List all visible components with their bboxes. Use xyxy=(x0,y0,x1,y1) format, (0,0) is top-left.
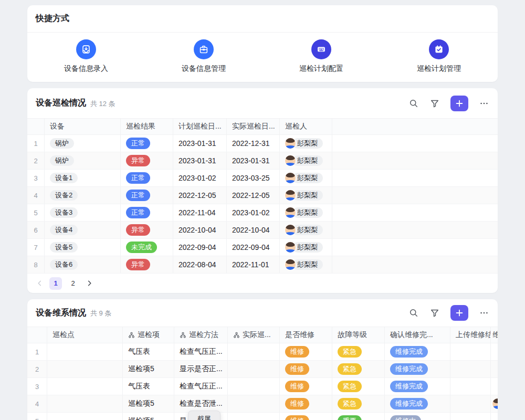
search-icon[interactable] xyxy=(408,308,419,318)
cell-inspector: 彭梨梨 xyxy=(280,239,332,256)
cell-actual: 2023-01-31 xyxy=(227,152,280,169)
table-row[interactable]: 7 设备5 未完成 2022-09-04 2022-09-04 彭梨梨 xyxy=(27,239,498,256)
pagination: 1 2 xyxy=(27,274,498,293)
maintenance-table-header: 巡检点 巡检项 巡检方法 xyxy=(27,327,498,343)
table-row[interactable]: 4 设备2 正常 2022-12-05 2022-12-05 彭梨梨 xyxy=(27,187,498,204)
col-method[interactable]: 巡检方法 xyxy=(174,327,228,343)
col-device[interactable]: 设备 xyxy=(45,119,121,134)
shortcut-plan-config[interactable]: 巡检计划配置 xyxy=(262,39,380,74)
cell-point xyxy=(47,378,123,395)
dashboard-page: 快捷方式 设备信息录入 xyxy=(0,0,525,420)
col-upload[interactable]: 上传维修结... xyxy=(450,327,491,343)
table-row[interactable]: 1 气压表 检查气压正... 维修 紧急 维修完成 xyxy=(27,343,498,361)
cell-item: 巡检项5 xyxy=(123,413,174,420)
shortcut-device-entry[interactable]: 设备信息录入 xyxy=(27,39,145,74)
add-record-button[interactable] xyxy=(450,96,468,111)
next-page-icon[interactable] xyxy=(84,277,94,290)
cell-item: 巡检项5 xyxy=(123,395,174,412)
col-actual-date[interactable]: 实际巡检日... xyxy=(227,119,280,134)
cell-point xyxy=(47,395,123,412)
cell-inspector: 彭梨梨 xyxy=(280,170,332,186)
page-2-button[interactable]: 2 xyxy=(67,277,79,290)
shortcut-plan-manage[interactable]: 巡检计划管理 xyxy=(380,39,498,74)
cell-filler xyxy=(332,152,498,169)
cell-inspector: 彭梨梨 xyxy=(280,222,332,238)
table-row[interactable]: 6 设备4 异常 2022-10-04 2022-10-04 彭梨梨 xyxy=(27,222,498,239)
cell-repair: 维修 xyxy=(280,413,332,420)
col-confirm[interactable]: 确认维修完... xyxy=(385,327,450,343)
cell-method: 显示是否正... xyxy=(174,361,228,377)
col-truncated[interactable]: 维 xyxy=(491,327,498,343)
cell-repair: 维修 xyxy=(280,378,332,395)
filter-icon[interactable] xyxy=(429,98,440,109)
table-row[interactable]: 5 设备3 正常 2022-11-04 2023-01-02 彭梨梨 xyxy=(27,204,498,222)
cell-filler xyxy=(332,187,498,204)
table-row[interactable]: 5 巡检项5 显... 维修 重要 维修中 xyxy=(27,413,498,420)
cell-truncated xyxy=(491,343,498,360)
avatar xyxy=(285,190,296,201)
cell-truncated xyxy=(491,378,498,395)
row-number: 5 xyxy=(27,413,47,420)
maintenance-card: 设备维系情况 共 9 条 xyxy=(27,299,498,420)
maintenance-toolbar xyxy=(408,305,489,321)
more-icon[interactable] xyxy=(479,308,489,318)
cell-result: 异常 xyxy=(121,222,173,238)
cell-level: 紧急 xyxy=(332,395,385,412)
row-number: 3 xyxy=(27,170,45,186)
cell-upload xyxy=(450,395,491,412)
col-planned-date[interactable]: 计划巡检日... xyxy=(173,119,227,134)
table-row[interactable]: 3 设备1 正常 2023-01-02 2023-03-25 彭梨梨 xyxy=(27,170,498,187)
inspection-table: 设备 巡检结果 计划巡检日... 实际巡检日... 巡检人 1 锅炉 正常 20… xyxy=(27,118,498,274)
filter-icon[interactable] xyxy=(429,308,440,318)
avatar xyxy=(285,242,296,253)
cell-item: 气压表 xyxy=(123,343,174,360)
table-row[interactable]: 8 设备6 异常 2022-08-04 2022-11-01 彭梨梨 xyxy=(27,256,498,274)
cell-item: 巡检项5 xyxy=(123,361,174,377)
prev-page-icon[interactable] xyxy=(34,277,45,290)
lookup-icon xyxy=(128,332,135,339)
table-row[interactable]: 1 锅炉 正常 2023-01-31 2022-12-31 彭梨梨 xyxy=(27,135,498,152)
cell-actual: 2023-01-02 xyxy=(227,204,280,221)
more-icon[interactable] xyxy=(479,98,489,109)
cell-method: 检查气压正... xyxy=(174,343,228,360)
cell-filler xyxy=(332,256,498,273)
col-repair[interactable]: 是否维修 xyxy=(280,327,332,343)
search-icon[interactable] xyxy=(408,98,419,109)
cell-result: 未完成 xyxy=(121,239,173,256)
cell-level: 紧急 xyxy=(332,361,385,377)
col-actual[interactable]: 实际巡... xyxy=(228,327,280,343)
cell-inspector: 彭梨梨 xyxy=(280,135,332,152)
cell-device: 锅炉 xyxy=(45,135,121,152)
cell-confirm: 维修完成 xyxy=(385,361,450,377)
cell-inspector: 彭梨梨 xyxy=(280,152,332,169)
cell-level: 紧急 xyxy=(332,343,385,360)
cell-truncated xyxy=(491,413,498,420)
device-entry-icon xyxy=(76,39,96,59)
page-1-button[interactable]: 1 xyxy=(49,277,62,290)
col-level[interactable]: 故障等级 xyxy=(332,327,385,343)
row-number: 6 xyxy=(27,222,45,238)
shortcut-label: 巡检计划配置 xyxy=(299,64,343,74)
col-point[interactable]: 巡检点 xyxy=(47,327,123,343)
table-row[interactable]: 4 巡检项5 检查是否泄... 维修 紧急 维修完成 xyxy=(27,395,498,413)
cell-point xyxy=(47,413,123,420)
cell-confirm: 维修中 xyxy=(385,413,450,420)
cell-point xyxy=(47,343,123,360)
cell-result: 正常 xyxy=(121,204,173,221)
lookup-icon xyxy=(233,332,240,339)
cell-level: 紧急 xyxy=(332,378,385,395)
table-row[interactable]: 2 巡检项5 显示是否正... 维修 紧急 维修完成 xyxy=(27,361,498,378)
inspection-count: 共 12 条 xyxy=(90,99,116,109)
col-inspector[interactable]: 巡检人 xyxy=(280,119,332,134)
row-number: 5 xyxy=(27,204,45,221)
cell-level: 重要 xyxy=(332,413,385,420)
add-record-button[interactable] xyxy=(450,305,468,321)
col-result[interactable]: 巡检结果 xyxy=(121,119,173,134)
cell-upload xyxy=(450,343,491,360)
table-row[interactable]: 3 气压表 检查气压正... 维修 紧急 维修完成 xyxy=(27,378,498,395)
row-number: 1 xyxy=(27,343,47,360)
table-row[interactable]: 2 锅炉 异常 2023-01-31 2023-01-31 彭梨梨 xyxy=(27,152,498,170)
shortcut-device-manage[interactable]: 设备信息管理 xyxy=(145,39,262,74)
col-item[interactable]: 巡检项 xyxy=(123,327,174,343)
cell-actual xyxy=(228,343,280,360)
